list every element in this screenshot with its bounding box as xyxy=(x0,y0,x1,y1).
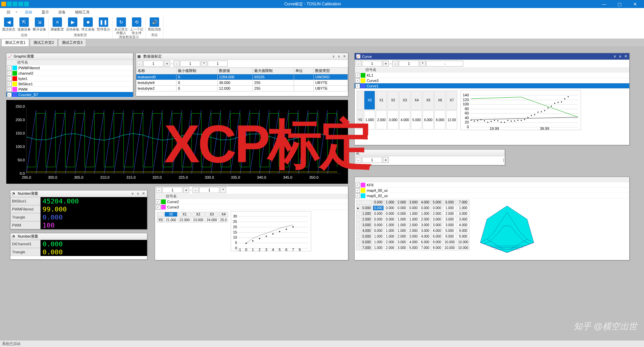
signal-row[interactable]: ✓map4_80_uc xyxy=(355,188,629,193)
spin-input[interactable] xyxy=(362,157,382,163)
signal-row[interactable]: ✓KF8 xyxy=(355,182,629,188)
dec-button[interactable]: - xyxy=(193,187,199,193)
worksheet-tab[interactable]: 测试工作页1 xyxy=(1,39,29,46)
menu-tools[interactable]: 辅助工具 xyxy=(71,9,94,15)
dec-button[interactable]: - xyxy=(355,157,361,163)
signal-row[interactable]: ✓channel2 xyxy=(6,71,133,76)
expand-icon[interactable]: ∧ xyxy=(618,54,623,59)
signal-row[interactable]: ✓KL1 xyxy=(355,73,629,78)
checkbox[interactable]: ✓ xyxy=(156,199,160,204)
dec-button[interactable]: - xyxy=(392,61,398,67)
value-cal-header[interactable]: ▦ 数值值标定 ∨∧✕ xyxy=(136,53,348,60)
app-icon-3 xyxy=(13,2,17,6)
number1-header[interactable]: ◔ Number测量 ∨∧✕ xyxy=(10,190,147,197)
spin-input[interactable] xyxy=(143,61,163,67)
ribbon-从记录文件载入[interactable]: ↻从记录文件载入 xyxy=(115,17,128,35)
checkbox[interactable]: ✓ xyxy=(7,66,12,70)
close-icon[interactable]: ✕ xyxy=(342,54,347,59)
ribbon-icon: ❚❚ xyxy=(99,17,108,27)
ribbon-暂停显示[interactable]: ❚❚暂停显示 xyxy=(97,17,110,31)
inc-button[interactable]: + xyxy=(383,61,389,67)
ribbon-激活状态[interactable]: ◀激活状态 xyxy=(2,17,15,31)
svg-rect-90 xyxy=(534,114,535,115)
menu-device[interactable]: 设备 xyxy=(54,9,70,15)
signal-row[interactable]: ✓Curve2 xyxy=(155,199,348,204)
maximize-button[interactable]: ▢ xyxy=(612,0,627,8)
inc-button[interactable]: * xyxy=(201,61,207,67)
value-cal-table[interactable]: 名称最小值限制数据值最大值限制单位数据类型testuword001284.000… xyxy=(136,67,348,91)
checkbox[interactable]: ✓ xyxy=(355,73,360,78)
menu-display[interactable]: 显示 xyxy=(38,9,53,15)
inc-button[interactable]: * xyxy=(220,187,226,193)
curve-small-chart[interactable]: 051015202530-1012345678 xyxy=(231,211,311,251)
spin-input[interactable] xyxy=(399,61,419,67)
spin-input[interactable] xyxy=(208,61,228,67)
frag-hint: ] xyxy=(503,158,504,162)
expand-icon[interactable]: ∧ xyxy=(337,54,341,59)
dec-button[interactable]: - xyxy=(156,187,162,193)
map-grid[interactable]: 0.0001.0002.0003.0004.0005.0006.0007.000… xyxy=(355,199,470,251)
checkbox[interactable]: ✓ xyxy=(355,188,360,193)
signal-row[interactable]: ✓PWMFiltered xyxy=(6,65,133,71)
close-icon[interactable]: ✕ xyxy=(141,191,146,196)
graphic-panel-header[interactable]: 📈 Graphic测量 xyxy=(6,53,133,60)
inc-button[interactable]: + xyxy=(164,61,170,67)
signal-row[interactable]: ✓PWM xyxy=(6,87,133,92)
worksheet-tab[interactable]: 测试工作页2 xyxy=(30,39,58,46)
dec-button[interactable]: - xyxy=(173,61,180,67)
checkbox[interactable]: ✓ xyxy=(7,71,12,76)
ribbon-连接设备[interactable]: ⇱连接设备 xyxy=(17,17,31,31)
signal-row[interactable]: ✓byte1 xyxy=(6,76,133,81)
checkbox[interactable]: ✓ xyxy=(355,193,360,198)
inc-button[interactable]: + xyxy=(183,187,189,193)
signal-row[interactable]: ✓Curve1 xyxy=(355,83,629,89)
ribbon-系统消息[interactable]: 🔊系统消息 xyxy=(148,17,161,31)
curve-chart[interactable]: 02040608010012014019.9939.99 xyxy=(460,90,581,130)
menu-start[interactable]: 启动 xyxy=(21,9,36,15)
signal-row[interactable]: ✓Curve3 xyxy=(155,204,348,210)
worksheet-tab[interactable]: 测试工作页3 xyxy=(58,39,86,46)
close-button[interactable]: ✕ xyxy=(627,0,643,8)
checkbox[interactable]: ✓ xyxy=(156,205,160,209)
inc-button[interactable]: + xyxy=(383,157,389,163)
mid-frag-header[interactable]: 定 xyxy=(355,150,505,156)
curve-panel-header[interactable]: 📈 Curve ∨∧✕ xyxy=(355,53,629,60)
curve-grid[interactable]: X0X1X2X3X4X5X6X7Y01.0002.0003.0004.0005.… xyxy=(356,90,458,130)
checkbox[interactable]: ✓ xyxy=(7,87,12,92)
ribbon-断开设备[interactable]: ⇲断开设备 xyxy=(33,17,46,31)
signal-row[interactable]: ✓Curve3 xyxy=(355,78,629,83)
spin-input[interactable] xyxy=(199,187,219,193)
close-icon[interactable]: ✕ xyxy=(623,54,628,59)
ribbon-上一个记录文件[interactable]: ⟲上一个记录文件 xyxy=(130,17,143,35)
checkbox[interactable]: ✓ xyxy=(355,183,360,187)
signal-row[interactable]: ✓map5_82_uc xyxy=(355,193,629,198)
minimize-button[interactable]: — xyxy=(596,0,612,8)
graphic-chart[interactable]: 0.050.0100.0150.0200.0250.0 295.0300.030… xyxy=(6,100,348,183)
spin-input[interactable] xyxy=(162,187,183,193)
checkbox[interactable]: ✓ xyxy=(355,78,360,83)
signal-row[interactable]: ✓Counter_B7 xyxy=(6,92,133,97)
surface-3d[interactable] xyxy=(474,199,541,256)
spin-input[interactable] xyxy=(180,61,200,67)
dec-button[interactable]: - xyxy=(355,61,361,67)
ribbon-测量配置[interactable]: ≡测量配置 xyxy=(51,17,64,31)
checkbox[interactable]: ✓ xyxy=(7,82,12,86)
spin-input[interactable] xyxy=(362,61,382,67)
signal-row[interactable]: ✓BitSlice1 xyxy=(6,81,133,87)
collapse-icon[interactable]: ∨ xyxy=(130,191,135,196)
checkbox[interactable]: ✓ xyxy=(7,76,12,81)
inc-button[interactable]: * xyxy=(420,61,426,67)
spin-input[interactable] xyxy=(426,61,463,67)
checkbox[interactable]: ✓ xyxy=(355,84,360,88)
ribbon-启动采集[interactable]: ▶启动采集 xyxy=(66,17,79,31)
curve-small-grid[interactable]: X0X1X2X3X4Y021.00022.00023.00024.00025.0 xyxy=(156,211,229,223)
expand-icon[interactable]: ∧ xyxy=(136,191,140,196)
checkbox[interactable]: ✓ xyxy=(7,92,12,97)
number2-header[interactable]: ◔ Number测量 xyxy=(10,233,147,240)
ribbon-停止采集[interactable]: ■停止采集 xyxy=(81,17,95,31)
titlebar: Curve标定 - TOSUN Calibration — ▢ ✕ xyxy=(0,0,644,8)
dec-button[interactable]: - xyxy=(137,61,143,67)
menu-file[interactable]: 回 xyxy=(3,9,14,15)
collapse-icon[interactable]: ∨ xyxy=(331,54,336,59)
collapse-icon[interactable]: ∨ xyxy=(613,54,617,59)
